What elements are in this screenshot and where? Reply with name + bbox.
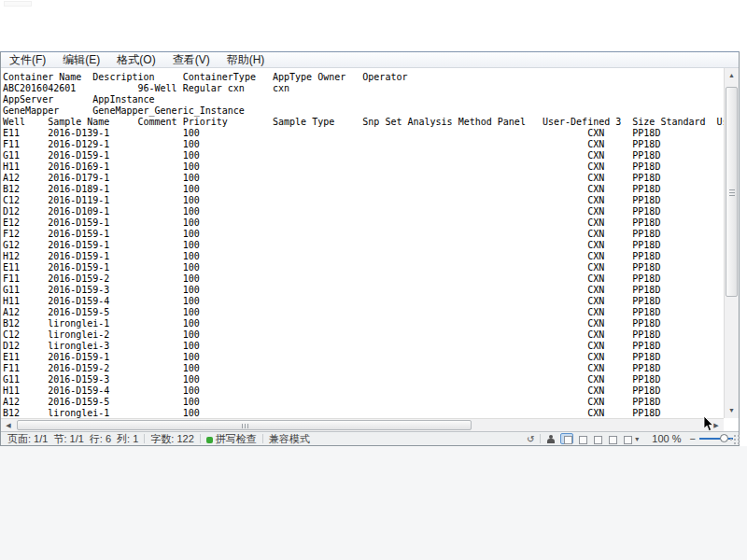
table-row: E11 2016-D159-1 100 CXN PP18D <box>1 352 724 363</box>
table-row: D12 2016-D109-1 100 CXN PP18D <box>1 206 724 217</box>
zoom-slider[interactable] <box>699 432 733 445</box>
screen: 文件(F) 编辑(E) 格式(O) 查看(V) 帮助(H) Container … <box>0 0 747 560</box>
table-row: B12 lironglei-1 100 CXN PP18D <box>1 408 724 418</box>
status-separator <box>144 434 145 443</box>
spell-check-status-icon <box>206 437 213 443</box>
status-page-info[interactable]: 页面: 1/1 <box>5 432 50 445</box>
spell-check-label: 拼写检查 <box>216 433 257 444</box>
status-separator <box>540 434 541 443</box>
scroll-left-arrow-icon[interactable]: ◀ <box>1 419 16 431</box>
status-spell-check[interactable]: 拼写检查 <box>204 432 260 445</box>
table-row: H12 2016-D159-1 100 CXN PP18D <box>1 251 724 262</box>
zoom-out-button[interactable]: − <box>686 433 699 444</box>
status-compat-mode[interactable]: 兼容模式 <box>266 432 313 445</box>
table-row: H11 2016-D159-4 100 CXN PP18D <box>1 296 724 307</box>
document-header-line: ABC2016042601 96-Well Regular cxn cxn <box>1 83 724 94</box>
table-row: A12 2016-D179-1 100 CXN PP18D <box>1 173 724 184</box>
horizontal-scrollbar[interactable]: ◀ ▶ <box>1 418 724 431</box>
table-row: F11 2016-D159-2 100 CXN PP18D <box>1 363 724 374</box>
table-row: G11 2016-D159-3 100 CXN PP18D <box>1 285 724 296</box>
zoom-slider-handle[interactable] <box>720 434 728 442</box>
table-row: D12 lironglei-3 100 CXN PP18D <box>1 341 724 352</box>
view-outline-button[interactable] <box>605 433 618 444</box>
view-draft-button[interactable] <box>620 433 633 444</box>
table-row: A12 2016-D159-5 100 CXN PP18D <box>1 307 724 318</box>
status-bar-right-cluster: ↺ ▾ 100 % − <box>524 432 735 445</box>
table-row: E11 2016-D159-1 100 CXN PP18D <box>1 262 724 273</box>
table-row: H11 2016-D159-4 100 CXN PP18D <box>1 385 724 397</box>
text-editor-window: 文件(F) 编辑(E) 格式(O) 查看(V) 帮助(H) Container … <box>0 51 740 446</box>
document-header-line: Container Name Description ContainerType… <box>1 72 724 83</box>
table-row: F12 2016-D159-1 100 CXN PP18D <box>1 229 724 240</box>
view-print-layout-button[interactable] <box>560 433 573 444</box>
scrollbar-grip-icon <box>245 424 246 428</box>
table-row: G12 2016-D159-1 100 CXN PP18D <box>1 240 724 251</box>
vertical-scrollbar-thumb[interactable] <box>726 87 738 297</box>
status-line-info[interactable]: 行: 6 <box>87 432 114 445</box>
document-header-line: GeneMapper GeneMapper_Generic_Instance <box>1 105 724 117</box>
mouse-cursor-icon <box>703 416 713 432</box>
table-row: E11 2016-D139-1 100 CXN PP18D <box>1 128 724 139</box>
desktop-background <box>0 446 747 560</box>
view-web-layout-button[interactable] <box>590 433 603 444</box>
zoom-level-label[interactable]: 100 % <box>639 433 685 444</box>
horizontal-scrollbar-thumb[interactable] <box>17 420 472 430</box>
menu-help[interactable]: 帮助(H) <box>218 52 274 68</box>
status-separator <box>200 434 201 443</box>
scroll-up-arrow-icon[interactable]: ▲ <box>725 68 739 83</box>
scroll-down-arrow-icon[interactable]: ▼ <box>725 403 739 418</box>
status-column-info[interactable]: 列: 1 <box>114 432 141 445</box>
view-fullscreen-reading-button[interactable] <box>575 433 588 444</box>
menu-view[interactable]: 查看(V) <box>164 52 218 68</box>
table-row: A12 2016-D159-5 100 CXN PP18D <box>1 397 724 408</box>
status-section-info[interactable]: 节: 1/1 <box>50 432 86 445</box>
table-row: B12 lironglei-1 100 CXN PP18D <box>1 318 724 329</box>
top-left-artifact <box>4 1 32 7</box>
document-header-line: Well Sample Name Comment Priority Sample… <box>1 117 724 128</box>
table-row: C12 lironglei-2 100 CXN PP18D <box>1 329 724 341</box>
status-separator <box>262 434 263 443</box>
macro-record-icon[interactable]: ↺ <box>524 434 537 444</box>
table-row: H11 2016-D169-1 100 CXN PP18D <box>1 161 724 173</box>
menu-bar: 文件(F) 编辑(E) 格式(O) 查看(V) 帮助(H) <box>1 52 739 68</box>
menu-format[interactable]: 格式(O) <box>108 52 163 68</box>
table-row: C12 2016-D119-1 100 CXN PP18D <box>1 195 724 206</box>
status-bar: 页面: 1/1 节: 1/1 行: 6 列: 1 字数: 122 拼写检查 兼容… <box>1 431 739 445</box>
table-row: B12 2016-D189-1 100 CXN PP18D <box>1 184 724 195</box>
scrollbar-grip-icon <box>729 192 735 193</box>
document-text[interactable]: Container Name Description ContainerType… <box>1 68 724 418</box>
table-row: F11 2016-D159-2 100 CXN PP18D <box>1 273 724 285</box>
table-row: G11 2016-D159-1 100 CXN PP18D <box>1 150 724 161</box>
vertical-scrollbar[interactable]: ▲ ▼ <box>724 68 739 418</box>
people-icon[interactable] <box>545 434 557 444</box>
table-row: E12 2016-D159-1 100 CXN PP18D <box>1 217 724 229</box>
window-resize-grip-icon[interactable] <box>734 435 736 437</box>
table-row: F11 2016-D129-1 100 CXN PP18D <box>1 139 724 150</box>
menu-file[interactable]: 文件(F) <box>1 52 54 68</box>
status-word-count[interactable]: 字数: 122 <box>148 432 196 445</box>
menu-edit[interactable]: 编辑(E) <box>54 52 108 68</box>
document-header-line: AppServer AppInstance <box>1 94 724 105</box>
table-row: G11 2016-D159-3 100 CXN PP18D <box>1 374 724 385</box>
